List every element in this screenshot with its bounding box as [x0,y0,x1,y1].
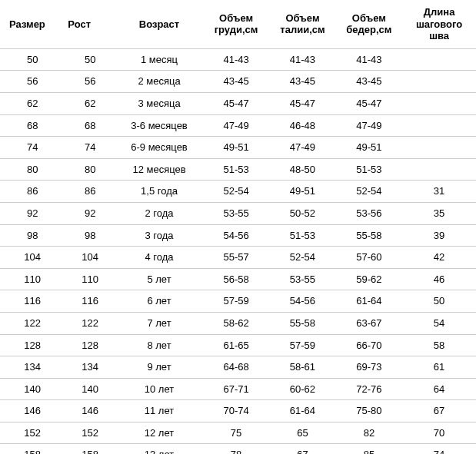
cell: 12 месяцев [115,158,203,181]
cell: 74 [0,137,65,159]
cell: 158 [0,444,65,454]
cell: 57-59 [269,334,335,356]
cell: 61-64 [336,290,402,313]
cell: 8 лет [115,334,203,356]
cell: 57-60 [336,247,402,269]
cell: 53-55 [269,268,335,290]
table-row: 1341349 лет64-6858-6169-7361 [0,356,476,379]
cell: 61-64 [269,400,335,423]
cell: 98 [0,224,65,247]
cell: 7 лет [115,312,203,334]
cell: 54 [402,312,476,334]
cell: 49-51 [269,181,335,203]
cell: 51-53 [336,158,402,181]
cell: 11 лет [115,400,203,423]
cell: 43-45 [203,71,269,93]
cell: 43-45 [336,71,402,93]
cell: 104 [65,247,115,269]
header-size: Размер [0,0,65,48]
table-row: 86861,5 года52-5449-5152-5431 [0,181,476,203]
cell: 128 [65,334,115,356]
cell: 70 [402,422,476,444]
header-height: Рост [65,0,115,48]
cell: 82 [336,422,402,444]
cell: 59-62 [336,268,402,290]
cell: 75 [203,422,269,444]
cell: 68 [65,114,115,137]
cell: 74 [65,137,115,159]
cell: 110 [0,268,65,290]
cell: 78 [203,444,269,454]
cell: 75-80 [336,400,402,423]
cell: 5 лет [115,268,203,290]
cell: 35 [402,202,476,224]
cell: 51-53 [203,158,269,181]
cell: 74 [402,444,476,454]
cell: 67 [269,444,335,454]
cell: 53-55 [203,202,269,224]
table-row: 1101105 лет56-5853-5559-6246 [0,268,476,290]
table-row: 15815813 лет78678574 [0,444,476,454]
cell: 12 лет [115,422,203,444]
cell: 1 месяц [115,48,203,71]
cell: 64-68 [203,356,269,379]
cell: 69-73 [336,356,402,379]
cell: 53-56 [336,202,402,224]
header-age: Возраст [115,0,203,48]
cell: 56 [65,71,115,93]
cell: 47-49 [336,114,402,137]
cell: 86 [65,181,115,203]
cell: 104 [0,247,65,269]
cell: 3-6 месяцев [115,114,203,137]
cell: 134 [65,356,115,379]
cell: 58 [402,334,476,356]
cell: 50-52 [269,202,335,224]
cell: 140 [0,378,65,400]
cell: 140 [65,378,115,400]
cell: 68 [0,114,65,137]
cell: 152 [65,422,115,444]
cell: 70-74 [203,400,269,423]
cell: 46 [402,268,476,290]
cell: 86 [0,181,65,203]
cell [402,137,476,159]
cell: 66-70 [336,334,402,356]
cell: 48-50 [269,158,335,181]
cell: 122 [0,312,65,334]
cell [402,158,476,181]
cell: 10 лет [115,378,203,400]
cell: 56-58 [203,268,269,290]
table-row: 1041044 года55-5752-5457-6042 [0,247,476,269]
cell: 63-67 [336,312,402,334]
cell: 1,5 года [115,181,203,203]
cell: 67-71 [203,378,269,400]
cell: 98 [65,224,115,247]
cell: 55-58 [336,224,402,247]
cell: 54-56 [203,224,269,247]
table-row: 808012 месяцев51-5348-5051-53 [0,158,476,181]
cell: 41-43 [269,48,335,71]
table-row: 56562 месяца43-4543-4543-45 [0,71,476,93]
table-row: 1161166 лет57-5954-5661-6450 [0,290,476,313]
cell: 56 [0,71,65,93]
header-inseam: Длина шагового шва [402,0,476,48]
cell: 67 [402,400,476,423]
cell: 58-61 [269,356,335,379]
cell: 110 [65,268,115,290]
table-row: 14614611 лет70-7461-6475-8067 [0,400,476,423]
cell: 54-56 [269,290,335,313]
table-row: 1221227 лет58-6255-5863-6754 [0,312,476,334]
cell: 72-76 [336,378,402,400]
cell: 42 [402,247,476,269]
cell: 47-49 [269,137,335,159]
cell: 45-47 [203,92,269,114]
cell: 43-45 [269,71,335,93]
cell: 85 [336,444,402,454]
cell: 50 [0,48,65,71]
cell: 146 [0,400,65,423]
cell: 2 года [115,202,203,224]
cell [402,92,476,114]
cell: 52-54 [336,181,402,203]
cell: 152 [0,422,65,444]
cell: 65 [269,422,335,444]
